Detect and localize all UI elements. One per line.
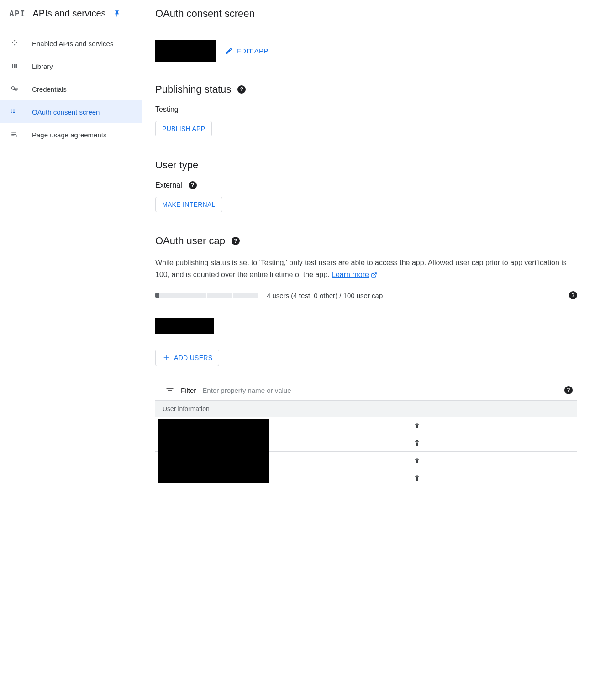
diamond-icon	[10, 39, 19, 48]
external-link-icon	[371, 271, 377, 278]
trash-icon[interactable]	[413, 422, 421, 430]
sidebar: Enabled APIs and services Library Creden…	[0, 27, 142, 700]
settings-list-icon	[10, 130, 19, 139]
library-icon	[10, 62, 19, 71]
filter-icon	[165, 386, 174, 395]
cap-progress-row: 4 users (4 test, 0 other) / 100 user cap…	[155, 291, 577, 299]
user-cap-section: OAuth user cap ? While publishing status…	[155, 235, 577, 299]
redacted-section-title	[155, 318, 214, 334]
publishing-status: Testing	[155, 105, 577, 114]
key-icon	[10, 84, 19, 94]
app-name-row: EDIT APP	[155, 40, 577, 62]
pin-icon[interactable]	[113, 10, 121, 17]
help-icon[interactable]: ?	[569, 291, 577, 299]
edit-app-label: EDIT APP	[237, 47, 269, 55]
progress-fill	[155, 293, 159, 298]
filter-bar: Filter ?	[155, 380, 577, 400]
page-title: OAuth consent screen	[142, 8, 255, 20]
trash-icon[interactable]	[413, 439, 421, 447]
user-type-title: User type	[155, 159, 577, 171]
make-internal-button[interactable]: MAKE INTERNAL	[155, 197, 222, 212]
sidebar-item-enabled-apis[interactable]: Enabled APIs and services	[0, 32, 142, 55]
trash-icon[interactable]	[413, 474, 421, 482]
table-header: User information	[155, 400, 577, 417]
sidebar-item-library[interactable]: Library	[0, 55, 142, 78]
sidebar-item-label: Credentials	[32, 85, 67, 93]
filter-label: Filter	[181, 387, 196, 394]
main-content: EDIT APP Publishing status ? Testing PUB…	[142, 27, 590, 700]
sidebar-item-label: Library	[32, 63, 53, 70]
cap-text: 4 users (4 test, 0 other) / 100 user cap	[267, 292, 383, 299]
sidebar-item-label: OAuth consent screen	[32, 108, 100, 116]
page-header: API APIs and services OAuth consent scre…	[0, 0, 590, 27]
redacted-app-name	[155, 40, 216, 62]
sidebar-item-label: Page usage agreements	[32, 131, 106, 139]
publishing-title: Publishing status ?	[155, 84, 577, 95]
sidebar-item-oauth-consent[interactable]: OAuth consent screen	[0, 100, 142, 123]
publishing-section: Publishing status ? Testing PUBLISH APP	[155, 84, 577, 136]
plus-icon	[162, 354, 170, 362]
add-users-label: ADD USERS	[174, 354, 212, 361]
help-icon[interactable]: ?	[564, 386, 573, 394]
edit-app-button[interactable]: EDIT APP	[225, 47, 269, 55]
progress-bar	[155, 293, 258, 298]
sidebar-item-credentials[interactable]: Credentials	[0, 78, 142, 100]
sidebar-item-page-usage[interactable]: Page usage agreements	[0, 123, 142, 146]
header-left: API APIs and services	[0, 8, 142, 19]
product-title: APIs and services	[33, 8, 106, 19]
help-icon[interactable]: ?	[237, 85, 246, 94]
help-icon[interactable]: ?	[232, 237, 240, 245]
publish-app-button[interactable]: PUBLISH APP	[155, 121, 212, 136]
user-type-section: User type External ? MAKE INTERNAL	[155, 159, 577, 212]
sidebar-item-label: Enabled APIs and services	[32, 40, 113, 47]
table-body	[155, 417, 577, 486]
user-cap-title: OAuth user cap ?	[155, 235, 577, 247]
user-type-value: External ?	[155, 181, 577, 189]
consent-icon	[10, 107, 19, 116]
filter-input[interactable]	[202, 387, 558, 394]
api-logo: API	[9, 9, 26, 18]
trash-icon[interactable]	[413, 456, 421, 465]
redacted-user-list	[158, 419, 269, 483]
learn-more-link[interactable]: Learn more	[332, 271, 369, 278]
help-icon[interactable]: ?	[189, 181, 197, 189]
add-users-button[interactable]: ADD USERS	[155, 350, 219, 366]
user-cap-description: While publishing status is set to 'Testi…	[155, 257, 577, 280]
pencil-icon	[225, 47, 233, 55]
